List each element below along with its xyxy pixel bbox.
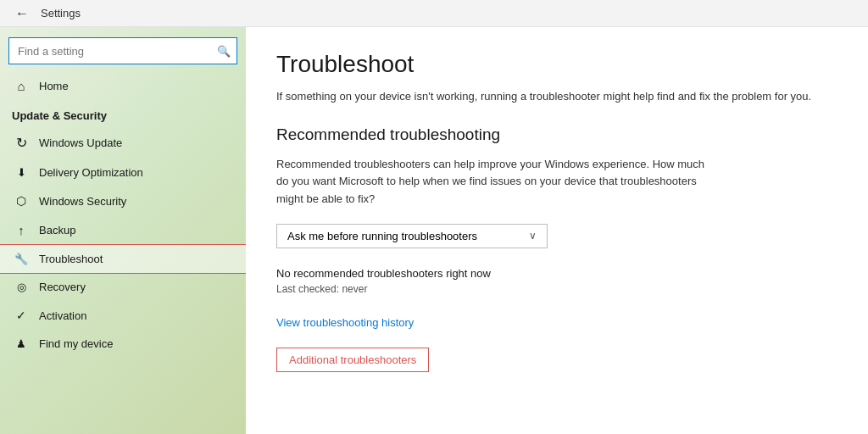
sidebar-item-windows-update-label: Windows Update — [39, 136, 122, 149]
sidebar-item-delivery-optimization-label: Delivery Optimization — [39, 166, 143, 179]
sidebar-item-windows-security-label: Windows Security — [39, 195, 126, 208]
recommended-section-description: Recommended troubleshooters can help imp… — [276, 156, 717, 209]
last-checked-text: Last checked: never — [276, 283, 837, 295]
sidebar: 🔍 Home Update & Security Windows Update … — [0, 27, 246, 434]
sidebar-item-home-label: Home — [39, 80, 69, 92]
security-icon — [12, 194, 31, 208]
troubleshoot-icon — [12, 253, 31, 265]
recovery-icon — [12, 281, 31, 293]
troubleshooter-dropdown[interactable]: Ask me before running troubleshooters ∨ — [276, 224, 548, 248]
additional-troubleshooters-button[interactable]: Additional troubleshooters — [276, 348, 429, 372]
sidebar-section-header: Update & Security — [0, 101, 246, 127]
sidebar-item-find-my-device[interactable]: Find my device — [0, 330, 246, 358]
sidebar-item-activation[interactable]: Activation — [0, 301, 246, 330]
sidebar-search-container: 🔍 — [8, 37, 237, 64]
no-troubleshooters-text: No recommended troubleshooters right now — [276, 267, 837, 280]
sidebar-item-windows-update[interactable]: Windows Update — [0, 127, 246, 159]
title-bar: ← Settings — [0, 0, 868, 27]
sidebar-item-troubleshoot-label: Troubleshoot — [39, 253, 103, 265]
main-layout: 🔍 Home Update & Security Windows Update … — [0, 27, 868, 434]
sidebar-item-recovery-label: Recovery — [39, 281, 86, 293]
sidebar-item-troubleshoot[interactable]: Troubleshoot — [0, 245, 246, 273]
update-icon — [12, 135, 31, 151]
chevron-down-icon: ∨ — [529, 230, 537, 242]
page-description: If something on your device isn't workin… — [276, 88, 837, 105]
finddevice-icon — [12, 337, 31, 350]
sidebar-item-delivery-optimization[interactable]: Delivery Optimization — [0, 159, 246, 186]
sidebar-item-home[interactable]: Home — [0, 71, 246, 101]
home-icon — [12, 79, 31, 93]
content-area: Troubleshoot If something on your device… — [246, 27, 868, 434]
backup-icon — [12, 223, 31, 237]
sidebar-item-backup[interactable]: Backup — [0, 215, 246, 245]
sidebar-item-activation-label: Activation — [39, 309, 86, 322]
view-troubleshooting-history-link[interactable]: View troubleshooting history — [276, 316, 414, 329]
search-icon: 🔍 — [217, 45, 231, 58]
sidebar-item-windows-security[interactable]: Windows Security — [0, 186, 246, 215]
dropdown-value: Ask me before running troubleshooters — [287, 230, 477, 242]
back-icon: ← — [15, 6, 29, 21]
window-title: Settings — [41, 7, 81, 19]
search-wrapper: 🔍 — [8, 37, 237, 64]
recommended-section-title: Recommended troubleshooting — [276, 125, 837, 144]
sidebar-item-find-my-device-label: Find my device — [39, 337, 113, 350]
search-input[interactable] — [8, 37, 237, 64]
activation-icon — [12, 309, 31, 322]
sidebar-item-backup-label: Backup — [39, 224, 75, 236]
sidebar-item-recovery[interactable]: Recovery — [0, 273, 246, 301]
back-button[interactable]: ← — [10, 2, 34, 25]
page-title: Troubleshoot — [276, 51, 837, 78]
delivery-icon — [12, 166, 31, 179]
